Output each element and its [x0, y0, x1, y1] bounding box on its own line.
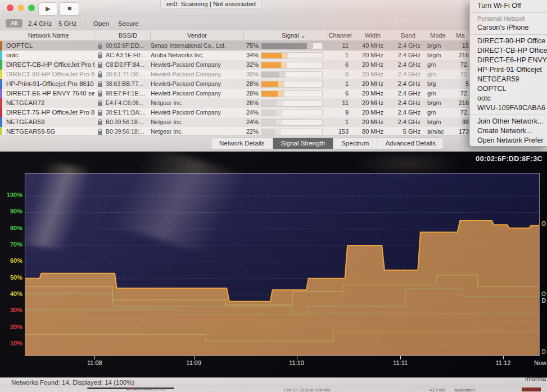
- menu-section-header: Personal Hotspot: [470, 15, 547, 23]
- menu-item-direct-e6-hp-envy[interactable]: DIRECT-E6-HP ENVY: [470, 56, 547, 65]
- menu-item-create-network-[interactable]: Create Network...: [470, 126, 547, 136]
- table-row[interactable]: ootcAC:A3:1E:F0:...Aruba Networks Inc.34…: [0, 51, 469, 60]
- header-signal[interactable]: Signal ⌄: [261, 30, 327, 40]
- table-row[interactable]: DIRECT-90-HP OfficeJet Pro 8...30:E1:71:…: [0, 70, 469, 79]
- zoom-window-button[interactable]: [28, 4, 35, 11]
- window-titlebar: ▶ ■ en0: Scanning | Not associated: [0, 0, 547, 17]
- screen-photo: ▶ ■ en0: Scanning | Not associated All 2…: [0, 0, 547, 392]
- x-axis-tick-label: 11:11: [382, 359, 418, 366]
- detail-tabs: Network DetailsSignal StrengthSpectrumAd…: [211, 138, 444, 149]
- y-axis-tick-label: 40%: [1, 290, 22, 297]
- menu-item-turn-wi-fi-off[interactable]: Turn Wi-Fi Off: [470, 1, 547, 11]
- chevron-down-icon[interactable]: ⌄: [301, 32, 306, 39]
- y-axis-tick-label: 60%: [1, 257, 22, 264]
- chart-edge-network-label-cut: O: [541, 221, 546, 227]
- filter-open-button[interactable]: Open: [93, 20, 109, 27]
- background-window-sliver: RU INIDITODIOICOL ITO Feb 17, 2018 at 9:…: [0, 388, 547, 392]
- background-size-label: 43.5 MB: [430, 388, 445, 392]
- header-mode[interactable]: Mode: [424, 30, 452, 40]
- menu-item-open-network-prefer[interactable]: Open Network Prefer: [470, 136, 547, 145]
- interface-status-label: en0: Scanning | Not associated: [160, 0, 262, 9]
- table-body: OOPTCL00:02:6F:DD...Senao International …: [0, 41, 469, 136]
- header-band[interactable]: Band: [392, 30, 424, 40]
- y-axis-tick-label: 30%: [1, 307, 22, 313]
- y-axis-tick-label: 50%: [1, 274, 22, 281]
- background-thumbnail: [522, 388, 541, 391]
- tab-network-details[interactable]: Network Details: [211, 138, 273, 149]
- background-kind-label: Application: [454, 388, 475, 392]
- header-bssid[interactable]: BSSID: [106, 30, 151, 40]
- menu-item-ooptcl[interactable]: OOPTCL: [470, 84, 547, 94]
- y-axis-tick-label: 100%: [1, 192, 22, 198]
- chart-edge-network-label-cut: D: [542, 349, 546, 355]
- background-red-text: RU INIDITODIOICOL ITO: [126, 388, 165, 391]
- y-axis-tick-label: 70%: [1, 241, 22, 248]
- menu-item-direct-cb-hp-office[interactable]: DIRECT-CB-HP Office: [470, 46, 547, 56]
- scan-stop-button[interactable]: ■: [60, 2, 79, 16]
- chart-edge-network-label-cut: O: [541, 291, 546, 297]
- filter-24ghz-button[interactable]: 2.4 GHz: [28, 20, 52, 27]
- x-axis-tick-label: Now: [534, 359, 546, 366]
- chart-bssid-label: 00:02:6F:DD:8F:3C: [476, 155, 543, 163]
- header-lock-col: [94, 30, 106, 40]
- network-table: Network Name BSSID Vendor Signal ⌄ Chann…: [0, 30, 469, 136]
- table-row[interactable]: OOPTCL00:02:6F:DD...Senao International …: [0, 41, 469, 51]
- status-bar: Networks Found: 14, Displayed: 14 (100%): [0, 377, 547, 388]
- play-icon: ▶: [46, 5, 50, 12]
- detail-tabbar: Network DetailsSignal StrengthSpectrumAd…: [0, 135, 547, 152]
- header-max-rate[interactable]: Ma: [452, 30, 469, 40]
- menu-item-join-other-network-[interactable]: Join Other Network...: [470, 117, 547, 126]
- y-axis-tick-label: 80%: [1, 225, 22, 231]
- filter-5ghz-button[interactable]: 5 GHz: [58, 20, 77, 27]
- table-row[interactable]: DIRECT-CB-HP OfficeJet Pro 8...C8:D3:FF:…: [0, 60, 469, 70]
- close-window-button[interactable]: [7, 4, 13, 11]
- filter-all-button[interactable]: All: [6, 19, 22, 28]
- table-row[interactable]: HP-Print-91-Officejet Pro 861038:63:BB:7…: [0, 79, 469, 89]
- tab-signal-strength[interactable]: Signal Strength: [273, 138, 334, 149]
- menu-item-ootc[interactable]: ootc: [470, 94, 547, 103]
- x-axis-tick-label: 11:09: [176, 359, 212, 366]
- header-width[interactable]: Width: [353, 30, 392, 40]
- x-axis-tick-label: 11:10: [279, 359, 315, 366]
- filter-toolbar: All 2.4 GHz 5 GHz Open Secure: [0, 17, 547, 31]
- chart-svg: [25, 174, 539, 355]
- header-signal-spacer: [244, 30, 261, 40]
- menu-item-carson-s-iphone[interactable]: Carson's iPhone: [470, 23, 547, 33]
- menu-separator: [470, 12, 547, 13]
- stop-icon: ■: [67, 4, 71, 12]
- filter-secure-button[interactable]: Secure: [118, 20, 138, 27]
- tab-spectrum[interactable]: Spectrum: [333, 138, 377, 149]
- x-axis-tick-label: 11:12: [485, 359, 521, 366]
- y-axis-tick-label: 90%: [1, 208, 22, 215]
- menu-separator: [470, 34, 547, 35]
- table-row[interactable]: DIRECT-75-HP OfficeJet Pro 8...30:E1:71:…: [0, 108, 469, 117]
- signal-strength-chart: 00:02:6F:DD:8F:3C 100%90%80%70%60%50%40%…: [0, 151, 547, 377]
- table-row[interactable]: NETGEAR59B0:39:56:18:...Netgear Inc.24%1…: [0, 117, 469, 127]
- header-channel[interactable]: Channel: [327, 30, 353, 40]
- menu-item-hp-print-91-officejet[interactable]: HP-Print-91-Officejet: [470, 65, 547, 75]
- menu-item-netgear59[interactable]: NETGEAR59: [470, 75, 547, 84]
- header-vendor[interactable]: Vendor: [151, 30, 244, 40]
- table-header-row: Network Name BSSID Vendor Signal ⌄ Chann…: [0, 30, 469, 41]
- background-date-label: Feb 17, 2018 at 9:00 AM: [284, 388, 330, 392]
- menu-separator: [470, 115, 547, 115]
- information-label-cut: Informa: [525, 375, 546, 382]
- menu-item-wivu-109fa9caba6[interactable]: WIVU-109FA9CABA6: [470, 103, 547, 113]
- chart-edge-network-label-cut: D: [542, 298, 546, 304]
- minimize-window-button[interactable]: [17, 4, 24, 11]
- chart-plot-area: [25, 173, 540, 356]
- menu-item-direct-90-hp-office[interactable]: DIRECT-90-HP Office: [470, 37, 547, 46]
- y-axis-tick-label: 20%: [1, 323, 22, 330]
- wifi-menu: Turn Wi-Fi OffPersonal HotspotCarson's i…: [469, 0, 547, 147]
- header-network-name[interactable]: Network Name: [3, 30, 94, 40]
- filter-divider: [85, 20, 85, 28]
- table-row[interactable]: NETGEAR72E4:F4:C6:06...Netgear Inc.26%11…: [0, 98, 469, 108]
- networks-found-label: Networks Found: 14, Displayed: 14 (100%): [11, 379, 134, 386]
- scan-start-button[interactable]: ▶: [38, 2, 58, 16]
- tab-advanced-details[interactable]: Advanced Details: [377, 138, 444, 149]
- x-axis-tick-label: 11:08: [76, 359, 112, 366]
- y-axis-tick-label: 10%: [1, 340, 22, 347]
- table-row[interactable]: DIRECT-E6-HP ENVY 7640 seri...98:E7:F4:1…: [0, 89, 469, 98]
